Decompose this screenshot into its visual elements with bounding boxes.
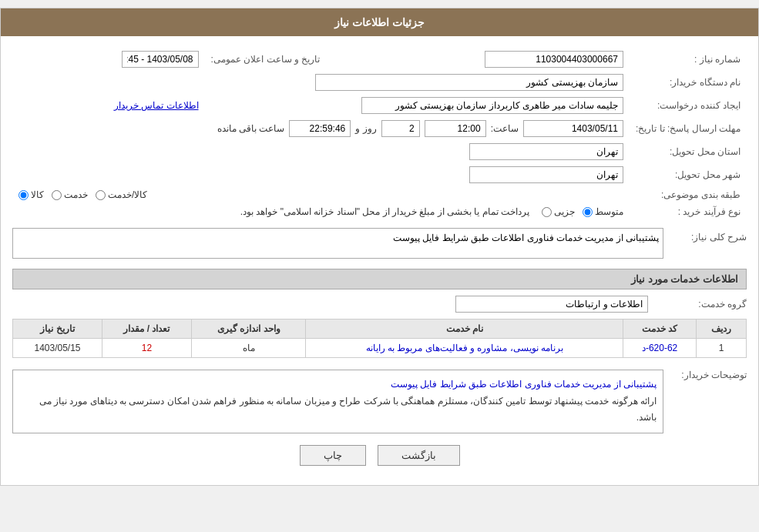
buyer-notes-line1: پشتیبانی از مدیریت خدمات فناوری اطلاعات … [19,376,657,393]
buyer-notes-label: توضیحات خریدار: [670,366,747,380]
col-row: ردیف [697,320,747,339]
need-number-label: شماره نیاز : [630,48,747,71]
service-group-input[interactable] [455,296,648,313]
purchase-type-note: پرداخت تمام یا بخشی از مبلغ خریدار از مح… [240,206,529,217]
deadline-remaining-label: ساعت باقی مانده [217,123,285,134]
purchase-type-partial-radio[interactable] [542,207,552,217]
buyer-org-input[interactable] [315,74,623,91]
col-date: تاریخ نیاز [13,320,102,339]
deadline-time-label: ساعت: [491,123,519,134]
print-button[interactable]: چاپ [300,445,366,466]
province-input[interactable] [469,143,623,160]
category-label: طبقه بندی موضوعی: [630,186,747,203]
category-service-radio[interactable] [52,190,62,200]
creator-label: ایجاد کننده درخواست: [630,94,747,117]
deadline-label: مهلت ارسال پاسخ: تا تاریخ: [630,117,747,140]
col-name: نام خدمت [306,320,623,339]
deadline-time-input[interactable] [425,120,486,137]
back-button[interactable]: بازگشت [378,445,460,466]
services-section-header: اطلاعات خدمات مورد نیاز [12,269,747,289]
col-unit: واحد اندازه گیری [191,320,306,339]
city-label: شهر محل تحویل: [630,163,747,186]
cell-code: 620-62-د [623,339,696,358]
announce-date-input[interactable] [122,51,199,68]
cell-unit: ماه [191,339,306,358]
province-label: استان محل تحویل: [630,140,747,163]
buyer-notes-box: پشتیبانی از مدیریت خدمات فناوری اطلاعات … [12,370,663,433]
city-input[interactable] [469,166,623,183]
category-kala-radio[interactable] [18,190,29,200]
category-kala-label: کالا [31,189,44,200]
cell-row: 1 [697,339,747,358]
deadline-days-input[interactable] [381,120,420,137]
need-desc-textarea[interactable]: پشتیبانی از مدیریت خدمات فناوری اطلاعات … [12,228,663,259]
purchase-type-medium-label: متوسط [595,206,623,217]
category-service-label: خدمت [64,189,88,200]
purchase-type-medium-radio[interactable] [583,207,593,217]
service-group-label: گروه خدمت: [654,299,747,309]
contact-link[interactable]: اطلاعات تماس خریدار [114,100,199,111]
creator-input[interactable] [361,97,623,114]
cell-qty: 12 [102,339,192,358]
cell-name: برنامه نویسی، مشاوره و فعالیت‌های مربوط … [306,339,623,358]
table-row: 1 620-62-د برنامه نویسی، مشاوره و فعالیت… [13,339,747,358]
purchase-type-label: نوع فرآیند خرید : [630,203,747,220]
buyer-notes-line2: ارائه هرگونه خدمت پیشنهاد توسط تامین کنن… [19,393,657,427]
need-number-input[interactable] [485,51,623,68]
announce-date-label: تاریخ و ساعت اعلان عمومی: [205,48,327,71]
deadline-days-label: روز و [355,123,376,134]
category-both-radio[interactable] [96,190,106,200]
cell-date: 1403/05/15 [13,339,102,358]
col-code: کد خدمت [623,320,696,339]
purchase-type-partial-label: جزیی [554,206,575,217]
col-qty: تعداد / مقدار [102,320,192,339]
deadline-remaining-input[interactable] [289,120,351,137]
deadline-date-input[interactable] [523,120,623,137]
page-title: جزئیات اطلاعات نیاز [1,8,758,36]
category-both-label: کالا/خدمت [108,189,147,200]
buyer-org-label: نام دستگاه خریدار: [630,71,747,94]
services-table: ردیف کد خدمت نام خدمت واحد اندازه گیری ت… [12,319,747,358]
need-desc-label: شرح کلی نیاز: [670,228,747,243]
